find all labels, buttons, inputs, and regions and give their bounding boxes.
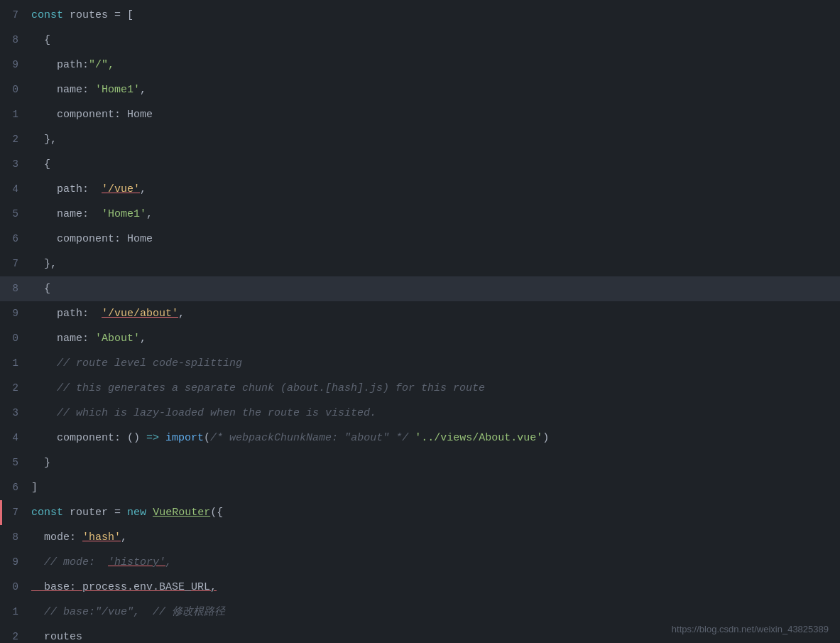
- line-number: 1: [0, 351, 26, 375]
- code-line: 2 },: [0, 127, 840, 152]
- line-content: ]: [26, 476, 38, 500]
- line-number: 9: [0, 53, 26, 77]
- line-number: 5: [0, 202, 26, 226]
- line-number: 9: [0, 550, 26, 574]
- line-content: {: [26, 28, 50, 53]
- line-content: path: '/vue/about',: [26, 302, 185, 326]
- code-line: 1 // route level code-splitting: [0, 351, 840, 376]
- code-line: 0 name: 'About',: [0, 326, 840, 351]
- code-line: 9 path: '/vue/about',: [0, 301, 840, 326]
- line-number: 8: [0, 276, 26, 301]
- line-number: 3: [0, 401, 26, 425]
- line-content: // which is lazy-loaded when the route i…: [26, 401, 376, 426]
- code-line: 1 // base:"/vue", // 修改根路径: [0, 600, 840, 625]
- code-line: 3 // which is lazy-loaded when the route…: [0, 401, 840, 426]
- code-line: 0 name: 'Home1',: [0, 77, 840, 102]
- line-content: }: [26, 451, 50, 475]
- line-content: const router = new VueRouter({: [26, 501, 223, 525]
- line-content: path: '/vue',: [26, 178, 146, 202]
- line-content: name: 'Home1',: [26, 78, 146, 102]
- line-number: 2: [0, 625, 26, 643]
- line-number: 0: [0, 326, 26, 350]
- watermark: https://blog.csdn.net/weixin_43825389: [672, 624, 829, 634]
- line-number: 0: [0, 77, 26, 102]
- line-content: name: 'About',: [26, 327, 146, 351]
- code-line: 7 },: [0, 252, 840, 276]
- line-number: 1: [0, 102, 26, 126]
- line-content: base: process.env.BASE_URL,: [26, 576, 217, 600]
- code-line: 6 ]: [0, 475, 840, 500]
- line-number: 2: [0, 376, 26, 400]
- line-number: 7: [0, 3, 26, 27]
- code-line: 0 base: process.env.BASE_URL,: [0, 575, 840, 600]
- red-border-indicator: [0, 500, 2, 525]
- code-line: 5 }: [0, 450, 840, 475]
- line-number: 1: [0, 600, 26, 624]
- line-content: component: () => import(/* webpackChunkN…: [26, 426, 549, 450]
- line-content: {: [26, 153, 50, 177]
- line-content: // base:"/vue", // 修改根路径: [26, 600, 225, 625]
- code-lines: 7 const routes = [ 8 { 9 path:"/", 0 nam…: [0, 0, 840, 643]
- line-number: 5: [0, 450, 26, 475]
- line-number: 0: [0, 575, 26, 599]
- code-line: 3 {: [0, 152, 840, 177]
- line-content: // route level code-splitting: [26, 352, 242, 376]
- code-line: 1 component: Home: [0, 102, 840, 127]
- line-number: 7: [0, 252, 26, 276]
- line-content: routes: [26, 625, 82, 643]
- line-content: path:"/",: [26, 53, 114, 77]
- line-number: 3: [0, 152, 26, 176]
- line-number: 4: [0, 426, 26, 450]
- line-content: // this generates a separate chunk (abou…: [26, 377, 485, 401]
- line-content: name: 'Home1',: [26, 202, 153, 227]
- line-content: component: Home: [26, 227, 153, 252]
- line-content: const routes = [: [26, 4, 133, 28]
- line-number: 9: [0, 301, 26, 325]
- code-line: 6 component: Home: [0, 227, 840, 252]
- line-number: 4: [0, 177, 26, 201]
- line-number: 6: [0, 475, 26, 499]
- line-content: mode: 'hash',: [26, 526, 127, 550]
- code-line: 7 const routes = [: [0, 3, 840, 28]
- code-line: 2 // this generates a separate chunk (ab…: [0, 376, 840, 401]
- line-content: },: [26, 128, 57, 152]
- code-line: 5 name: 'Home1',: [0, 202, 840, 227]
- code-line: 4 component: () => import(/* webpackChun…: [0, 426, 840, 450]
- line-content: component: Home: [26, 103, 153, 127]
- code-line: 7 const router = new VueRouter({: [0, 500, 840, 525]
- code-line-highlighted: 8 {: [0, 276, 840, 301]
- line-content: // mode: 'history',: [26, 551, 172, 575]
- code-line: 9 // mode: 'history',: [0, 550, 840, 575]
- code-line: 4 path: '/vue',: [0, 177, 840, 202]
- line-number: 6: [0, 227, 26, 251]
- line-number: 8: [0, 525, 26, 549]
- line-content: {: [26, 277, 50, 301]
- code-line: 8 {: [0, 28, 840, 53]
- line-number: 8: [0, 28, 26, 52]
- code-editor: 7 const routes = [ 8 { 9 path:"/", 0 nam…: [0, 0, 840, 643]
- code-line: 8 mode: 'hash',: [0, 525, 840, 550]
- line-number: 7: [0, 500, 26, 524]
- line-content: },: [26, 252, 57, 276]
- code-line: 9 path:"/",: [0, 53, 840, 77]
- line-number: 2: [0, 127, 26, 151]
